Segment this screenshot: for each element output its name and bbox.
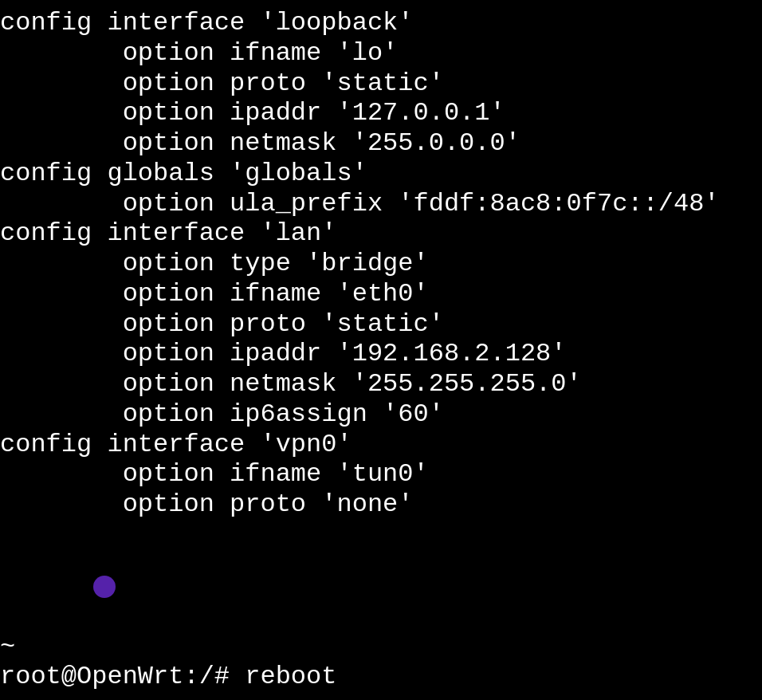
terminal-content: config interface 'loopback' option ifnam…	[0, 8, 762, 520]
terminal-line: option proto 'static'	[0, 69, 762, 99]
terminal-line: option ip6assign '60'	[0, 399, 762, 430]
bottom-section: ~ root@OpenWrt:/# reboot	[0, 541, 762, 700]
terminal-line: option ifname 'lo'	[0, 38, 762, 69]
terminal-line: option proto 'static'	[0, 309, 762, 340]
terminal-line: option ipaddr '127.0.0.1'	[0, 98, 762, 128]
terminal-line: option ula_prefix 'fddf:8ac8:0f7c::/48'	[0, 189, 762, 219]
tilde-line	[0, 541, 762, 631]
terminal-line: option proto 'none'	[0, 490, 762, 520]
terminal-line: option netmask '255.0.0.0'	[0, 128, 762, 159]
terminal-window: config interface 'loopback' option ifnam…	[0, 0, 762, 700]
terminal-line: option ifname 'tun0'	[0, 459, 762, 490]
terminal-line: config globals 'globals'	[0, 159, 762, 189]
terminal-line: option ifname 'eth0'	[0, 279, 762, 309]
terminal-line: option ipaddr '192.168.2.128'	[0, 339, 762, 369]
terminal-line: option netmask '255.255.255.0'	[0, 369, 762, 399]
terminal-line: config interface 'lan'	[0, 218, 762, 249]
tilde-char-line: ~	[0, 632, 762, 663]
terminal-line: option type 'bridge'	[0, 249, 762, 279]
terminal-line: config interface 'loopback'	[0, 8, 762, 38]
prompt-line[interactable]: root@OpenWrt:/# reboot	[0, 662, 762, 692]
terminal-line: config interface 'vpn0'	[0, 430, 762, 460]
